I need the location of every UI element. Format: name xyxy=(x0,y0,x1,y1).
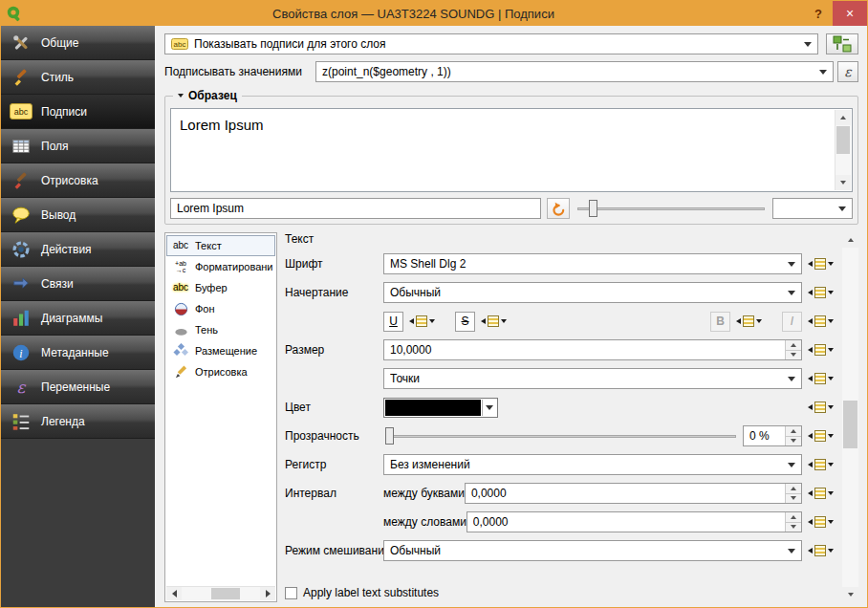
sidebar-item-legend[interactable]: Легенда xyxy=(1,404,155,439)
scroll-track[interactable] xyxy=(842,248,858,587)
sample-groupbox: Образец Lorem Ipsum xyxy=(164,96,858,225)
placement-diamonds-icon xyxy=(170,343,191,358)
spin-down-button[interactable] xyxy=(786,494,801,504)
data-defined-size-button[interactable] xyxy=(806,340,835,360)
word-spacing-spinbox[interactable] xyxy=(467,511,802,532)
size-spinbox[interactable] xyxy=(383,339,802,360)
spin-down-button[interactable] xyxy=(786,351,801,360)
data-defined-font-button[interactable] xyxy=(806,254,835,274)
reset-sample-button[interactable] xyxy=(547,198,570,219)
data-defined-underline-button[interactable] xyxy=(407,312,436,332)
spin-down-button[interactable] xyxy=(786,523,801,532)
slider-thumb[interactable] xyxy=(589,200,597,217)
preview-scrollbar[interactable] xyxy=(835,110,851,190)
scroll-left-button[interactable] xyxy=(166,587,182,600)
sidebar-item-variables[interactable]: ε Переменные xyxy=(1,370,155,404)
show-labels-combo[interactable]: abc Показывать подписи для этого слоя xyxy=(164,33,818,54)
underline-button[interactable]: U xyxy=(383,312,403,332)
tab-shadow[interactable]: Тень xyxy=(166,319,275,340)
letter-spacing-spinbox[interactable] xyxy=(465,483,802,504)
scroll-down-button[interactable] xyxy=(835,175,851,190)
sample-zoom-slider[interactable] xyxy=(575,198,767,219)
table-icon xyxy=(10,135,33,158)
sample-title-text: Образец xyxy=(188,89,237,102)
units-combo[interactable]: Точки xyxy=(383,368,802,389)
sidebar-item-general[interactable]: Общие xyxy=(1,26,155,60)
chevron-down-icon xyxy=(788,377,795,381)
scroll-track[interactable] xyxy=(182,587,260,600)
color-button[interactable] xyxy=(383,398,498,418)
data-defined-units-button[interactable] xyxy=(806,369,835,389)
blend-mode-combo[interactable]: Обычный xyxy=(383,540,802,561)
data-defined-italic-button[interactable] xyxy=(806,312,835,332)
tab-background[interactable]: Фон xyxy=(166,298,275,319)
tab-rendering[interactable]: Отрисовка xyxy=(166,361,275,382)
sample-background-combo[interactable] xyxy=(772,198,853,219)
scroll-right-button[interactable] xyxy=(260,587,275,600)
scroll-track[interactable] xyxy=(835,125,851,175)
spin-up-button[interactable] xyxy=(786,484,801,494)
data-defined-case-button[interactable] xyxy=(806,455,835,475)
spin-up-button[interactable] xyxy=(786,512,801,523)
blend-mode-label: Режим смешивания xyxy=(285,544,383,557)
data-defined-strikeout-button[interactable] xyxy=(479,312,508,332)
data-defined-style-button[interactable] xyxy=(806,283,835,303)
panel-vscrollbar[interactable] xyxy=(842,232,858,602)
scroll-up-button[interactable] xyxy=(842,232,858,248)
sample-preview-text: Lorem Ipsum xyxy=(180,117,264,133)
size-input[interactable] xyxy=(384,340,785,359)
tab-list-hscrollbar[interactable] xyxy=(166,586,275,600)
font-row: Шрифт MS Shell Dlg 2 xyxy=(285,253,835,274)
slider-thumb[interactable] xyxy=(385,427,394,445)
scroll-up-button[interactable] xyxy=(835,110,851,125)
sidebar-item-rendering[interactable]: Отрисовка xyxy=(1,163,155,198)
sidebar-item-fields[interactable]: Поля xyxy=(1,129,155,163)
strikeout-button[interactable]: S xyxy=(455,312,475,332)
data-defined-blend-button[interactable] xyxy=(806,541,835,561)
sidebar-item-actions[interactable]: Действия xyxy=(1,232,155,267)
tab-label: Форматировани xyxy=(195,261,273,272)
expression-input[interactable] xyxy=(322,65,814,78)
scroll-thumb[interactable] xyxy=(211,588,240,599)
data-defined-letter-spacing-button[interactable] xyxy=(806,484,835,504)
scroll-down-button[interactable] xyxy=(842,587,858,602)
transparency-slider[interactable] xyxy=(383,425,738,446)
substitutes-checkbox[interactable] xyxy=(285,587,297,599)
tab-text[interactable]: abc Текст xyxy=(166,235,275,256)
automated-placement-button[interactable] xyxy=(826,33,858,54)
sidebar-item-metadata[interactable]: i Метаданные xyxy=(1,336,155,370)
data-defined-bold-button[interactable] xyxy=(734,312,763,332)
sidebar-item-diagrams[interactable]: Диаграммы xyxy=(1,301,155,336)
transparency-spinbox[interactable] xyxy=(743,425,802,446)
case-combo[interactable]: Без изменений xyxy=(383,454,802,475)
tab-placement[interactable]: Размещение xyxy=(166,340,275,361)
data-defined-word-spacing-button[interactable] xyxy=(806,512,835,532)
spin-up-button[interactable] xyxy=(786,426,801,437)
color-dropdown-arrow[interactable] xyxy=(482,400,496,416)
spin-down-button[interactable] xyxy=(786,437,801,446)
sidebar-item-labels[interactable]: abc Подписи xyxy=(1,95,155,129)
letter-spacing-input[interactable] xyxy=(466,484,785,503)
sidebar-item-display[interactable]: Вывод xyxy=(1,198,155,232)
word-spacing-input[interactable] xyxy=(467,512,785,532)
word-spacing-row: между словами xyxy=(285,511,835,532)
sidebar-item-joins[interactable]: Связи xyxy=(1,267,155,301)
help-button[interactable]: ? xyxy=(804,1,833,26)
settings-tab-list: abc Текст +ab→c Форматировани abc Буфер xyxy=(164,232,277,602)
expression-builder-button[interactable]: ε xyxy=(837,61,858,82)
data-defined-transparency-button[interactable] xyxy=(806,426,835,446)
scroll-thumb[interactable] xyxy=(843,401,857,448)
font-combo[interactable]: MS Shell Dlg 2 xyxy=(383,253,802,274)
style-combo[interactable]: Обычный xyxy=(383,282,802,303)
sample-group-title[interactable]: Образец xyxy=(173,89,242,102)
spin-up-button[interactable] xyxy=(786,340,801,351)
tab-formatting[interactable]: +ab→c Форматировани xyxy=(166,256,275,277)
sidebar-item-style[interactable]: Стиль xyxy=(1,60,155,95)
sample-text-input[interactable] xyxy=(170,198,541,219)
close-button[interactable]: × xyxy=(833,1,867,26)
scroll-thumb[interactable] xyxy=(836,126,850,154)
expression-combo[interactable] xyxy=(315,61,834,82)
data-defined-color-button[interactable] xyxy=(806,398,835,418)
transparency-input[interactable] xyxy=(744,426,785,445)
tab-buffer[interactable]: abc Буфер xyxy=(166,277,275,298)
